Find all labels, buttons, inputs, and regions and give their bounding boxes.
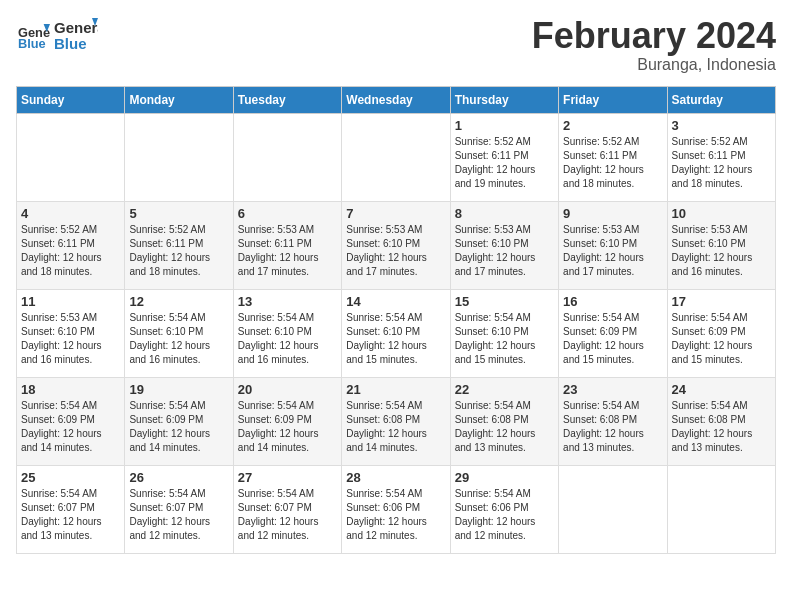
table-row: 3Sunrise: 5:52 AM Sunset: 6:11 PM Daylig… [667, 113, 775, 201]
day-number: 1 [455, 118, 554, 133]
day-info: Sunrise: 5:54 AM Sunset: 6:07 PM Dayligh… [21, 487, 120, 543]
day-info: Sunrise: 5:54 AM Sunset: 6:07 PM Dayligh… [238, 487, 337, 543]
logo-svg: General Blue [54, 16, 98, 56]
day-info: Sunrise: 5:52 AM Sunset: 6:11 PM Dayligh… [672, 135, 771, 191]
day-number: 19 [129, 382, 228, 397]
day-number: 23 [563, 382, 662, 397]
table-row: 8Sunrise: 5:53 AM Sunset: 6:10 PM Daylig… [450, 201, 558, 289]
day-number: 9 [563, 206, 662, 221]
day-info: Sunrise: 5:54 AM Sunset: 6:07 PM Dayligh… [129, 487, 228, 543]
day-number: 21 [346, 382, 445, 397]
logo-icon: General Blue [18, 22, 50, 50]
table-row: 7Sunrise: 5:53 AM Sunset: 6:10 PM Daylig… [342, 201, 450, 289]
day-info: Sunrise: 5:52 AM Sunset: 6:11 PM Dayligh… [129, 223, 228, 279]
calendar-week-row: 4Sunrise: 5:52 AM Sunset: 6:11 PM Daylig… [17, 201, 776, 289]
day-info: Sunrise: 5:54 AM Sunset: 6:08 PM Dayligh… [563, 399, 662, 455]
day-info: Sunrise: 5:54 AM Sunset: 6:09 PM Dayligh… [672, 311, 771, 367]
table-row: 14Sunrise: 5:54 AM Sunset: 6:10 PM Dayli… [342, 289, 450, 377]
table-row: 4Sunrise: 5:52 AM Sunset: 6:11 PM Daylig… [17, 201, 125, 289]
day-info: Sunrise: 5:54 AM Sunset: 6:08 PM Dayligh… [346, 399, 445, 455]
logo: General Blue General Blue [16, 16, 98, 56]
title-section: February 2024 Buranga, Indonesia [532, 16, 776, 74]
day-number: 6 [238, 206, 337, 221]
page-header: General Blue General Blue February 2024 … [16, 16, 776, 74]
calendar-week-row: 25Sunrise: 5:54 AM Sunset: 6:07 PM Dayli… [17, 465, 776, 553]
day-number: 13 [238, 294, 337, 309]
svg-text:Blue: Blue [18, 36, 46, 50]
table-row: 6Sunrise: 5:53 AM Sunset: 6:11 PM Daylig… [233, 201, 341, 289]
table-row: 25Sunrise: 5:54 AM Sunset: 6:07 PM Dayli… [17, 465, 125, 553]
day-number: 11 [21, 294, 120, 309]
day-number: 3 [672, 118, 771, 133]
table-row: 12Sunrise: 5:54 AM Sunset: 6:10 PM Dayli… [125, 289, 233, 377]
day-number: 5 [129, 206, 228, 221]
table-row [17, 113, 125, 201]
calendar-subtitle: Buranga, Indonesia [532, 56, 776, 74]
table-row [233, 113, 341, 201]
day-info: Sunrise: 5:54 AM Sunset: 6:10 PM Dayligh… [129, 311, 228, 367]
day-info: Sunrise: 5:53 AM Sunset: 6:10 PM Dayligh… [21, 311, 120, 367]
col-saturday: Saturday [667, 86, 775, 113]
calendar-week-row: 11Sunrise: 5:53 AM Sunset: 6:10 PM Dayli… [17, 289, 776, 377]
svg-text:Blue: Blue [54, 35, 87, 52]
day-info: Sunrise: 5:53 AM Sunset: 6:11 PM Dayligh… [238, 223, 337, 279]
day-number: 10 [672, 206, 771, 221]
col-monday: Monday [125, 86, 233, 113]
day-number: 12 [129, 294, 228, 309]
day-number: 4 [21, 206, 120, 221]
table-row [342, 113, 450, 201]
day-number: 16 [563, 294, 662, 309]
day-number: 22 [455, 382, 554, 397]
calendar-title: February 2024 [532, 16, 776, 56]
day-info: Sunrise: 5:54 AM Sunset: 6:09 PM Dayligh… [563, 311, 662, 367]
table-row: 18Sunrise: 5:54 AM Sunset: 6:09 PM Dayli… [17, 377, 125, 465]
table-row: 27Sunrise: 5:54 AM Sunset: 6:07 PM Dayli… [233, 465, 341, 553]
day-info: Sunrise: 5:54 AM Sunset: 6:09 PM Dayligh… [21, 399, 120, 455]
day-number: 26 [129, 470, 228, 485]
col-friday: Friday [559, 86, 667, 113]
day-info: Sunrise: 5:53 AM Sunset: 6:10 PM Dayligh… [346, 223, 445, 279]
day-number: 29 [455, 470, 554, 485]
table-row [667, 465, 775, 553]
day-info: Sunrise: 5:54 AM Sunset: 6:08 PM Dayligh… [672, 399, 771, 455]
calendar-header-row: Sunday Monday Tuesday Wednesday Thursday… [17, 86, 776, 113]
table-row [559, 465, 667, 553]
table-row: 11Sunrise: 5:53 AM Sunset: 6:10 PM Dayli… [17, 289, 125, 377]
day-info: Sunrise: 5:52 AM Sunset: 6:11 PM Dayligh… [21, 223, 120, 279]
day-info: Sunrise: 5:54 AM Sunset: 6:06 PM Dayligh… [346, 487, 445, 543]
col-sunday: Sunday [17, 86, 125, 113]
day-number: 27 [238, 470, 337, 485]
day-info: Sunrise: 5:53 AM Sunset: 6:10 PM Dayligh… [672, 223, 771, 279]
table-row: 24Sunrise: 5:54 AM Sunset: 6:08 PM Dayli… [667, 377, 775, 465]
table-row: 13Sunrise: 5:54 AM Sunset: 6:10 PM Dayli… [233, 289, 341, 377]
day-info: Sunrise: 5:52 AM Sunset: 6:11 PM Dayligh… [455, 135, 554, 191]
table-row: 29Sunrise: 5:54 AM Sunset: 6:06 PM Dayli… [450, 465, 558, 553]
day-number: 25 [21, 470, 120, 485]
day-number: 28 [346, 470, 445, 485]
calendar-week-row: 18Sunrise: 5:54 AM Sunset: 6:09 PM Dayli… [17, 377, 776, 465]
calendar-table: Sunday Monday Tuesday Wednesday Thursday… [16, 86, 776, 554]
table-row: 15Sunrise: 5:54 AM Sunset: 6:10 PM Dayli… [450, 289, 558, 377]
day-number: 18 [21, 382, 120, 397]
day-info: Sunrise: 5:54 AM Sunset: 6:09 PM Dayligh… [238, 399, 337, 455]
table-row: 23Sunrise: 5:54 AM Sunset: 6:08 PM Dayli… [559, 377, 667, 465]
day-number: 8 [455, 206, 554, 221]
day-info: Sunrise: 5:53 AM Sunset: 6:10 PM Dayligh… [563, 223, 662, 279]
table-row: 17Sunrise: 5:54 AM Sunset: 6:09 PM Dayli… [667, 289, 775, 377]
day-info: Sunrise: 5:54 AM Sunset: 6:06 PM Dayligh… [455, 487, 554, 543]
table-row: 28Sunrise: 5:54 AM Sunset: 6:06 PM Dayli… [342, 465, 450, 553]
day-number: 7 [346, 206, 445, 221]
day-info: Sunrise: 5:54 AM Sunset: 6:10 PM Dayligh… [238, 311, 337, 367]
table-row: 16Sunrise: 5:54 AM Sunset: 6:09 PM Dayli… [559, 289, 667, 377]
day-info: Sunrise: 5:52 AM Sunset: 6:11 PM Dayligh… [563, 135, 662, 191]
day-number: 15 [455, 294, 554, 309]
table-row: 20Sunrise: 5:54 AM Sunset: 6:09 PM Dayli… [233, 377, 341, 465]
table-row: 19Sunrise: 5:54 AM Sunset: 6:09 PM Dayli… [125, 377, 233, 465]
svg-text:General: General [54, 19, 98, 36]
day-number: 17 [672, 294, 771, 309]
table-row: 5Sunrise: 5:52 AM Sunset: 6:11 PM Daylig… [125, 201, 233, 289]
table-row: 10Sunrise: 5:53 AM Sunset: 6:10 PM Dayli… [667, 201, 775, 289]
table-row [125, 113, 233, 201]
table-row: 22Sunrise: 5:54 AM Sunset: 6:08 PM Dayli… [450, 377, 558, 465]
col-thursday: Thursday [450, 86, 558, 113]
